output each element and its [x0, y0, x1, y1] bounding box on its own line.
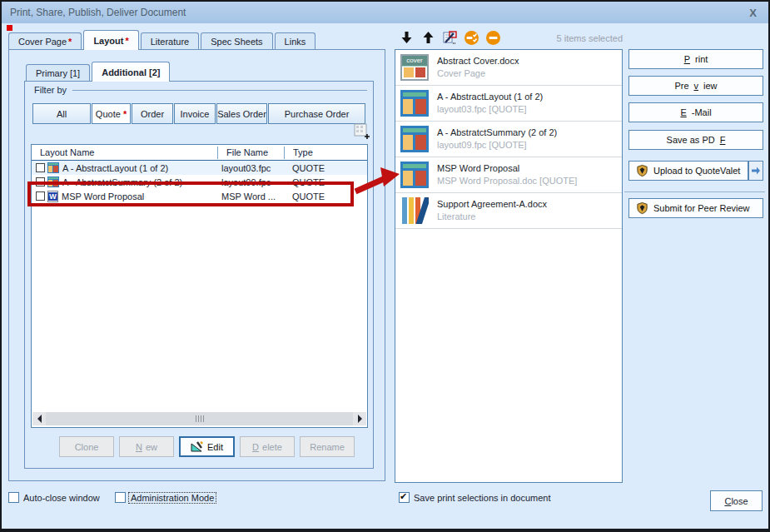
edit-ruler-pencil-icon	[191, 441, 204, 453]
layout-thumbnail-icon	[400, 162, 429, 188]
button-label: Submit for Peer Review	[653, 203, 750, 213]
tab-literature[interactable]: Literature	[141, 32, 199, 50]
tab-cover-page[interactable]: Cover Page *	[8, 32, 82, 50]
list-item[interactable]: A - AbstractLayout (1 of 2) layout03.fpc…	[395, 86, 622, 122]
filter-quote-button[interactable]: Quote *	[92, 103, 131, 124]
tab-additional[interactable]: Additional [2]	[92, 62, 170, 82]
tab-label: Literature	[151, 37, 189, 47]
filter-sales-order-button[interactable]: Sales Order	[216, 103, 267, 124]
tab-label: Links	[285, 37, 306, 47]
filter-order-button[interactable]: Order	[132, 103, 173, 124]
layout-subtabs: Primary [1] Additional [2]	[26, 62, 170, 82]
layout-actions-row: Clone New Edit Delete Rename	[59, 436, 355, 457]
list-item[interactable]: A - AbstratctSummary (2 of 2) layout09.f…	[395, 122, 622, 157]
literature-books-icon	[400, 197, 429, 224]
item-title: A - AbstractLayout (1 of 2)	[437, 91, 543, 103]
button-label: Upload to QuoteValet	[653, 166, 740, 176]
item-subtitle: Cover Page	[437, 67, 519, 80]
item-title: A - AbstratctSummary (2 of 2)	[437, 127, 557, 139]
table-header-row: Layout Name File Name Type	[32, 145, 367, 161]
item-subtitle: layout09.fpc [QUOTE]	[437, 139, 557, 152]
edit-selections-icon[interactable]	[441, 29, 458, 46]
item-title: Abstract Cover.docx	[437, 55, 519, 67]
button-divider	[624, 191, 765, 192]
move-up-icon[interactable]	[420, 29, 436, 46]
filter-button-row: All Quote * Order Invoice Sales Order Pu…	[32, 103, 365, 124]
administration-mode-checkbox[interactable]	[115, 492, 126, 503]
customize-columns-icon[interactable]	[354, 123, 370, 139]
auto-close-label[interactable]: Auto-close window	[23, 493, 100, 503]
layout-name: A - AbstractLayout (1 of 2)	[62, 163, 168, 173]
window-title: Print, Share, Publish, Deliver Document	[10, 7, 746, 18]
auto-close-checkbox[interactable]	[8, 492, 19, 503]
horizontal-scrollbar[interactable]	[32, 412, 366, 425]
submit-for-peer-review-button[interactable]: Submit for Peer Review	[628, 198, 763, 218]
list-item[interactable]: Support Agreement-A.docx Literature	[395, 193, 622, 229]
column-header-layout-name[interactable]: Layout Name	[32, 147, 217, 157]
upload-options-arrow-button[interactable]	[748, 161, 763, 181]
table-row[interactable]: A - AbstractLayout (1 of 2) layout03.fpc…	[32, 161, 367, 175]
print-share-publish-dialog: Print, Share, Publish, Deliver Document …	[0, 0, 770, 532]
close-button[interactable]: Close	[710, 490, 763, 511]
quotevalet-shield-icon	[636, 201, 648, 215]
filter-by-label: Filter by	[32, 85, 69, 95]
item-subtitle: Literature	[437, 211, 547, 223]
list-item[interactable]: MSP Word Proposal MSP Word Proposal.doc …	[395, 157, 622, 193]
arrow-right-icon	[751, 166, 761, 176]
annotation-arrow	[352, 162, 400, 201]
tab-label: Cover Page	[18, 37, 67, 47]
administration-mode-label[interactable]: Administration Mode	[129, 493, 216, 503]
scroll-right-icon[interactable]	[353, 412, 366, 425]
remove-item-icon[interactable]	[484, 29, 501, 46]
upload-to-quotevalet-button[interactable]: Upload to QuoteValet	[628, 161, 748, 181]
item-title: Support Agreement-A.docx	[437, 198, 547, 211]
tab-layout[interactable]: Layout *	[83, 30, 138, 50]
item-title: MSP Word Proposal	[437, 162, 577, 175]
filter-invoice-button[interactable]: Invoice	[174, 103, 216, 124]
items-selected-status: 5 items selected	[501, 33, 623, 43]
scrollbar-thumb[interactable]	[46, 412, 353, 425]
email-button[interactable]: E-Mail	[628, 102, 763, 122]
save-selections-checkbox[interactable]	[399, 492, 410, 503]
filter-purchase-order-button[interactable]: Purchase Order	[268, 103, 365, 124]
new-button[interactable]: New	[119, 436, 174, 457]
row-checkbox[interactable]	[36, 163, 45, 172]
column-header-file-name[interactable]: File Name	[217, 147, 284, 159]
item-subtitle: MSP Word Proposal.doc [QUOTE]	[437, 175, 577, 187]
layout-thumbnail-icon	[400, 90, 429, 117]
groupbox-line	[72, 90, 367, 91]
rename-button[interactable]: Rename	[300, 436, 355, 457]
close-window-icon[interactable]: X	[746, 7, 760, 19]
tab-label: Spec Sheets	[211, 37, 262, 47]
file-name: layout03.fpc	[217, 163, 284, 173]
title-bar: Print, Share, Publish, Deliver Document …	[2, 2, 768, 23]
print-selection-list: Abstract Cover.docx Cover Page A - Abstr…	[395, 49, 623, 483]
delete-button[interactable]: Delete	[240, 436, 295, 457]
modified-flag: *	[125, 36, 128, 46]
annotation-highlight-box	[27, 181, 354, 206]
document-tabs: Cover Page * Layout * Literature Spec Sh…	[8, 30, 315, 50]
column-header-type[interactable]: Type	[284, 147, 367, 159]
save-selections-label[interactable]: Save print selections in document	[414, 493, 550, 503]
cover-page-icon	[400, 54, 429, 81]
tab-primary[interactable]: Primary [1]	[26, 64, 90, 82]
modified-flag: *	[68, 37, 72, 47]
preview-button[interactable]: Preview	[628, 76, 763, 96]
tab-label: Layout	[93, 36, 123, 46]
tab-links[interactable]: Links	[275, 32, 316, 50]
print-button[interactable]: Print	[628, 49, 763, 69]
move-down-icon[interactable]	[398, 29, 415, 46]
tab-spec-sheets[interactable]: Spec Sheets	[201, 32, 272, 50]
list-item[interactable]: Abstract Cover.docx Cover Page	[395, 50, 622, 86]
filter-all-button[interactable]: All	[32, 103, 91, 124]
save-as-pdf-button[interactable]: Save as PDF	[628, 130, 763, 150]
clone-button[interactable]: Clone	[59, 436, 114, 457]
button-label: Edit	[207, 442, 223, 452]
layout-thumbnail-icon	[400, 126, 429, 152]
scroll-left-icon[interactable]	[32, 412, 46, 425]
item-subtitle: layout03.fpc [QUOTE]	[437, 103, 543, 116]
uncheck-all-icon[interactable]	[463, 29, 479, 46]
preview-toolbar	[398, 29, 501, 46]
modified-flag: *	[123, 109, 127, 119]
edit-button[interactable]: Edit	[179, 436, 235, 457]
